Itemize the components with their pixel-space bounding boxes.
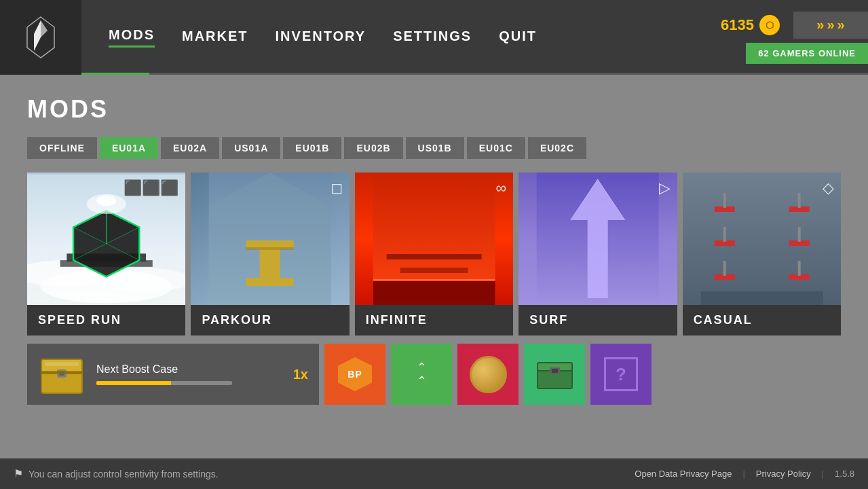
page-title: MODS [27,95,841,124]
svg-rect-50 [45,362,79,366]
gamers-online-badge: 62 GAMERS ONLINE [746,43,868,64]
tab-eu02a[interactable]: EU02A [161,137,219,159]
action-btn-bp[interactable]: BP [324,344,385,405]
svg-rect-41 [797,261,800,276]
logo-box [0,0,81,75]
rank-chevrons-icon: ⌃ ⌃ [417,361,427,387]
boost-info: Next Boost Case [96,363,282,385]
svg-rect-35 [723,227,725,242]
boost-case-label: Next Boost Case [96,363,282,376]
boost-progress-fill [96,381,171,385]
main-content: MODS OFFLINE EU01A EU02A US01A EU01B EU0… [0,75,868,418]
logo-icon [20,14,61,61]
surf-label: SURF [518,305,677,336]
rank-chevron-top: ⌃ [417,361,427,374]
tab-eu02c[interactable]: EU02C [528,137,586,159]
footer: ⚑ You can adjust control sentivity from … [0,458,868,489]
case-icon [536,357,573,391]
rank-chevron-1: » [816,17,824,33]
privacy-policy-link[interactable]: Privacy Policy [756,469,811,479]
header-right: 6135 ⬡ » » » 62 GAMERS ONLINE [721,12,868,64]
nav-underline [81,73,868,75]
action-btn-mystery[interactable]: ? [590,344,652,405]
svg-rect-39 [723,261,725,276]
infinite-badge: ∞ [496,179,507,197]
infinite-label: INFINITE [355,305,513,336]
tab-eu01b[interactable]: EU01B [283,137,341,159]
speed-run-label: SPEED RUN [27,305,185,336]
mystery-question-icon: ? [604,357,638,391]
svg-rect-21 [387,254,482,259]
rank-chevron-bottom: ⌃ [417,375,427,387]
svg-rect-56 [552,369,558,373]
bp-hexagon-icon: BP [338,357,372,391]
server-tabs: OFFLINE EU01A EU02A US01A EU01B EU02B US… [27,137,841,159]
currency-display: 6135 ⬡ [721,15,787,35]
casual-label: CASUAL [683,305,841,336]
svg-rect-37 [797,227,800,242]
tab-offline[interactable]: OFFLINE [27,137,97,159]
footer-separator-2: | [822,469,824,479]
parkour-badge: ◻ [331,179,343,197]
rank-badge: » » » [793,12,868,39]
tab-eu02b[interactable]: EU02B [344,137,402,159]
tab-us01b[interactable]: US01B [406,137,464,159]
casual-badge: ◇ [823,179,834,197]
nav-inventory[interactable]: INVENTORY [276,29,366,47]
nav-underline-active [81,73,149,75]
svg-rect-31 [723,193,725,208]
header: MODS MARKET INVENTORY SETTINGS QUIT 6135… [0,0,868,75]
version-label: 1.5.8 [835,469,854,479]
svg-rect-22 [400,268,468,273]
infinite-image [355,173,513,305]
speed-run-badge: ⬛⬛⬛ [124,179,178,197]
tab-eu01a[interactable]: EU01A [100,137,158,159]
svg-rect-49 [41,371,82,374]
svg-rect-42 [700,291,823,305]
casual-image [683,173,841,305]
nav-settings[interactable]: SETTINGS [393,29,472,47]
privacy-page-link[interactable]: Open Data Privacy Page [635,469,732,479]
bottom-section: Next Boost Case 1x BP ⌃ ⌃ [27,344,841,405]
chest-icon [38,352,86,397]
game-mode-infinite[interactable]: ∞ INFINITE [355,173,513,336]
main-nav: MODS MARKET INVENTORY SETTINGS QUIT [81,27,721,48]
svg-rect-29 [700,173,823,305]
parkour-image [191,173,349,305]
action-btn-case[interactable] [524,344,585,405]
boost-case-count: 1x [293,367,308,382]
rank-chevron-3: » [837,17,845,33]
nav-mods[interactable]: MODS [109,27,155,48]
mystery-label: ? [616,364,626,385]
tab-eu01c[interactable]: EU01C [467,137,525,159]
svg-rect-23 [373,281,495,305]
bp-label: BP [347,369,362,380]
game-mode-surf[interactable]: ▷ SURF [518,173,677,336]
game-mode-speed-run[interactable]: ⬛⬛⬛ SPEED RUN [27,173,185,336]
surf-image [518,173,677,305]
parkour-label: PARKOUR [191,305,349,336]
nav-market[interactable]: MARKET [182,29,248,47]
svg-point-13 [96,196,116,206]
currency-icon: ⬡ [759,15,780,35]
boost-case-panel: Next Boost Case 1x [27,344,319,405]
svg-rect-33 [797,193,800,208]
action-btn-rank[interactable]: ⌃ ⌃ [391,344,452,405]
coin-circle-icon [470,356,507,393]
action-btn-coin[interactable] [457,344,518,405]
game-mode-grid: ⬛⬛⬛ SPEED RUN [27,173,841,336]
footer-links: Open Data Privacy Page | Privacy Policy … [635,469,854,479]
footer-separator: | [742,469,744,479]
surf-badge: ▷ [659,179,671,197]
nav-quit[interactable]: QUIT [499,29,537,47]
boost-progress-bar [96,381,232,385]
game-mode-parkour[interactable]: ◻ PARKOUR [191,173,349,336]
footer-hint-text: You can adjust control sentivity from se… [29,469,635,479]
game-mode-casual[interactable]: ◇ CASUAL [683,173,841,336]
rank-chevron-2: » [827,17,834,33]
svg-rect-18 [246,278,294,286]
tab-us01a[interactable]: US01A [222,137,280,159]
svg-rect-19 [246,247,294,250]
currency-amount: 6135 [721,16,754,34]
hint-icon: ⚑ [14,467,23,480]
